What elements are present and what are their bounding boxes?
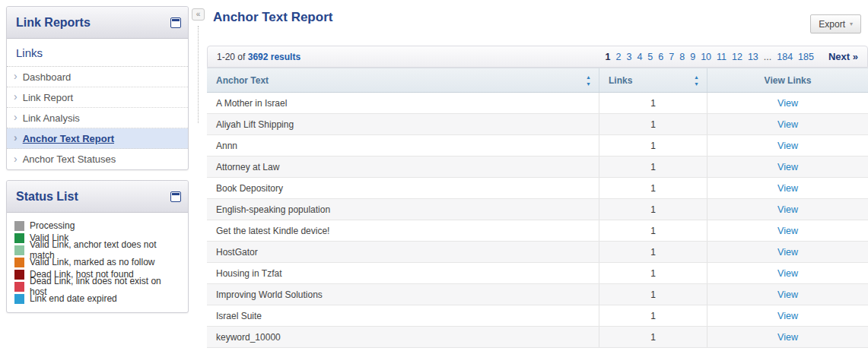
table-row: Get the latest Kindle device! 1 View xyxy=(207,220,868,242)
pagination-page-link[interactable]: 11 xyxy=(717,52,727,62)
minimize-panel-icon[interactable] xyxy=(170,191,181,202)
table-row: Housing in Tzfat 1 View xyxy=(207,263,868,284)
anchor-text-cell: Annn xyxy=(207,135,599,156)
pagination-page-link[interactable]: 6 xyxy=(658,52,663,62)
pagination-page-link[interactable]: 2 xyxy=(616,52,622,62)
sidebar-nav-item[interactable]: › Link Analysis xyxy=(7,108,188,128)
dropdown-caret-icon: ▾ xyxy=(850,21,853,27)
view-link[interactable]: View xyxy=(777,332,798,343)
anchor-text-value: English-speaking population xyxy=(216,204,330,215)
status-legend-item: Processing xyxy=(14,220,180,232)
view-link[interactable]: View xyxy=(777,311,798,321)
sort-arrows[interactable]: ▲ ▼ xyxy=(694,74,699,87)
table-body: A Mother in Israel 1 View Aliyah Lift Sh… xyxy=(207,93,868,348)
links-count-value: 1 xyxy=(650,204,656,215)
sort-desc-icon[interactable]: ▼ xyxy=(586,81,591,87)
pagination-page-link[interactable]: 8 xyxy=(679,52,685,62)
view-links-cell: View xyxy=(707,220,868,241)
status-legend-item: Dead Link, link does not exist on host xyxy=(14,280,180,292)
view-link[interactable]: View xyxy=(777,98,798,109)
view-link[interactable]: View xyxy=(777,247,798,258)
export-button[interactable]: Export ▾ xyxy=(810,14,861,33)
view-link[interactable]: View xyxy=(777,183,798,194)
status-color-swatch-icon xyxy=(14,221,24,231)
view-links-cell: View xyxy=(707,114,868,134)
view-link[interactable]: View xyxy=(777,204,798,215)
link-reports-panel-header: Link Reports xyxy=(7,7,188,39)
anchor-text-value: Book Depository xyxy=(216,183,283,194)
anchor-text-cell: English-speaking population xyxy=(207,199,599,220)
table-row: A Mother in Israel 1 View xyxy=(207,93,868,114)
pagination-page-link[interactable]: 12 xyxy=(732,52,742,62)
sort-asc-icon[interactable]: ▲ xyxy=(694,74,699,80)
sidebar-nav-item[interactable]: › Dashboard xyxy=(7,67,188,87)
pagination-page-link[interactable]: 184 xyxy=(777,52,793,62)
chevron-right-icon: › xyxy=(14,112,17,122)
links-count-cell: 1 xyxy=(599,157,707,177)
link-reports-panel-title: Link Reports xyxy=(16,16,91,30)
anchor-text-cell: Aliyah Lift Shipping xyxy=(207,114,599,134)
anchor-text-value: A Mother in Israel xyxy=(216,98,287,109)
main-content: Anchor Text Report Export ▾ 1-20 of 3692… xyxy=(207,0,868,351)
view-link[interactable]: View xyxy=(777,226,798,236)
links-count-cell: 1 xyxy=(599,199,707,220)
pagination-page-link[interactable]: 10 xyxy=(701,52,711,62)
anchor-text-value: Get the latest Kindle device! xyxy=(216,226,329,236)
status-color-swatch-icon xyxy=(14,258,24,267)
sort-arrows[interactable]: ▲ ▼ xyxy=(586,74,591,87)
view-links-cell: View xyxy=(707,178,868,198)
column-header-view-links: View Links xyxy=(707,68,868,92)
anchor-text-value: HostGator xyxy=(216,247,258,258)
view-link[interactable]: View xyxy=(777,141,798,151)
view-link[interactable]: View xyxy=(777,289,798,300)
results-bar: 1-20 of 3692 results 1 2 3 4 5 6 7 8 9 1… xyxy=(207,46,868,68)
links-count-value: 1 xyxy=(650,311,656,321)
pagination: 1 2 3 4 5 6 7 8 9 10 11 12 xyxy=(606,51,858,62)
sidebar-nav-item[interactable]: › Link Report xyxy=(7,87,188,108)
column-header-anchor-text[interactable]: Anchor Text ▲ ▼ xyxy=(207,68,599,92)
view-links-cell: View xyxy=(707,135,868,156)
table-row: English-speaking population 1 View xyxy=(207,199,868,220)
pagination-page-link[interactable]: 7 xyxy=(669,52,674,62)
chevron-right-icon: › xyxy=(14,153,17,164)
link-reports-panel: Link Reports Links › Dashboard › Link Re… xyxy=(6,6,189,170)
view-links-cell: View xyxy=(707,93,868,113)
sidebar-nav-item-label: Link Report xyxy=(23,92,73,103)
view-link[interactable]: View xyxy=(777,268,798,279)
sort-asc-icon[interactable]: ▲ xyxy=(586,74,591,80)
pagination-page-link[interactable]: 3 xyxy=(626,52,631,62)
view-link[interactable]: View xyxy=(777,119,798,130)
sidebar-nav-item[interactable]: › Anchor Text Report xyxy=(7,128,188,149)
pagination-page-link[interactable]: 4 xyxy=(637,52,642,62)
anchor-text-value: Housing in Tzfat xyxy=(216,268,282,279)
anchor-text-value: Improving World Solutions xyxy=(216,289,323,300)
pagination-page-link[interactable]: 9 xyxy=(690,52,695,62)
minimize-panel-icon[interactable] xyxy=(170,17,181,28)
links-count-cell: 1 xyxy=(599,135,707,156)
collapse-sidebar-button[interactable]: « xyxy=(192,8,205,21)
pagination-page-link[interactable]: 13 xyxy=(748,52,758,62)
pagination-next-button[interactable]: Next » xyxy=(828,51,858,62)
view-link[interactable]: View xyxy=(777,162,798,172)
status-color-swatch-icon xyxy=(14,270,24,280)
links-count-value: 1 xyxy=(650,268,656,279)
view-links-cell: View xyxy=(707,199,868,220)
table-row: Aliyah Lift Shipping 1 View xyxy=(207,114,868,135)
chevron-right-icon: › xyxy=(14,132,17,143)
pagination-page-link[interactable]: 5 xyxy=(647,52,653,62)
sort-desc-icon[interactable]: ▼ xyxy=(694,81,699,87)
sidebar-nav-item[interactable]: › Anchor Text Statuses xyxy=(7,149,188,169)
links-count-cell: 1 xyxy=(599,93,707,113)
anchor-text-table: Anchor Text ▲ ▼ Links ▲ ▼ View Links xyxy=(207,68,868,348)
status-list-panel-title: Status List xyxy=(16,190,78,204)
view-links-cell: View xyxy=(707,305,868,326)
pagination-page-link[interactable]: 185 xyxy=(798,52,814,62)
table-header-row: Anchor Text ▲ ▼ Links ▲ ▼ View Links xyxy=(207,68,868,93)
table-row: Book Depository 1 View xyxy=(207,178,868,199)
links-count-value: 1 xyxy=(650,183,656,194)
column-header-links[interactable]: Links ▲ ▼ xyxy=(599,68,707,92)
links-count-value: 1 xyxy=(650,119,656,130)
links-count-value: 1 xyxy=(650,141,656,151)
links-count-value: 1 xyxy=(650,98,656,109)
links-count-value: 1 xyxy=(650,226,656,236)
